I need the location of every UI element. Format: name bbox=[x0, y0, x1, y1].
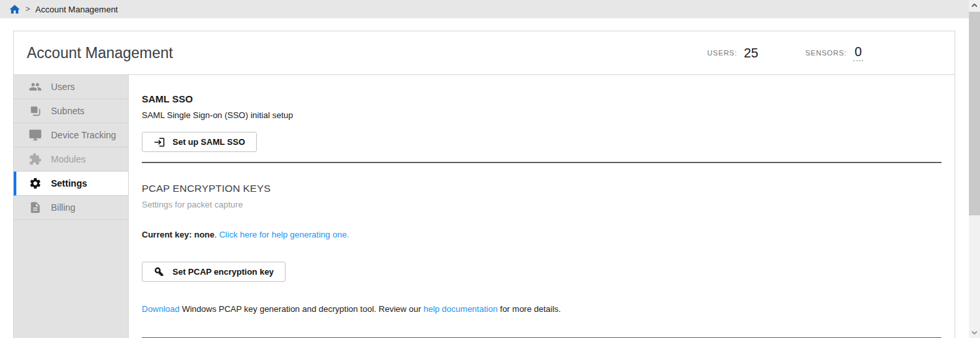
users-stat: USERS: 25 bbox=[708, 46, 759, 61]
saml-section-subtitle: SAML Single Sign-on (SSO) initial setup bbox=[142, 110, 941, 120]
modules-icon bbox=[29, 153, 42, 166]
home-icon[interactable] bbox=[8, 3, 21, 16]
account-management-card: Account Management USERS: 25 SENSORS: 0 … bbox=[13, 31, 955, 338]
setup-saml-sso-button[interactable]: Set up SAML SSO bbox=[142, 132, 257, 152]
download-tool-link[interactable]: Download bbox=[142, 304, 180, 314]
sidebar-item-label: Device Tracking bbox=[51, 130, 116, 140]
scroll-up-icon[interactable] bbox=[969, 0, 980, 11]
breadcrumb-separator: > bbox=[25, 5, 30, 14]
scroll-down-icon[interactable] bbox=[969, 327, 980, 338]
subnets-icon bbox=[29, 104, 42, 117]
sidebar-item-label: Modules bbox=[51, 154, 86, 164]
sidebar-item-subnets[interactable]: Subnets bbox=[14, 99, 128, 123]
breadcrumb-current: Account Management bbox=[35, 5, 118, 14]
sidebar-item-label: Users bbox=[51, 82, 75, 92]
breadcrumb: > Account Management bbox=[0, 0, 969, 18]
sidebar-item-modules[interactable]: Modules bbox=[14, 147, 128, 172]
users-icon bbox=[29, 80, 42, 93]
set-pcap-key-button-label: Set PCAP encryption key bbox=[172, 267, 274, 277]
pcap-section-subtitle: Settings for packet capture bbox=[142, 200, 941, 209]
users-stat-label: USERS: bbox=[708, 49, 738, 57]
page-title: Account Management bbox=[27, 44, 661, 62]
sensors-stat-value: 0 bbox=[853, 44, 863, 61]
sidebar-item-label: Settings bbox=[51, 178, 87, 189]
download-line: Download Windows PCAP key generation and… bbox=[142, 304, 941, 314]
sidebar-item-device-tracking[interactable]: Device Tracking bbox=[14, 123, 128, 147]
pcap-section-title: PCAP ENCRYPTION KEYS bbox=[142, 183, 941, 194]
settings-content: SAML SSO SAML Single Sign-on (SSO) initi… bbox=[129, 75, 955, 338]
set-pcap-key-button[interactable]: Set PCAP encryption key bbox=[142, 262, 286, 282]
section-divider bbox=[142, 162, 941, 163]
saml-section-title: SAML SSO bbox=[142, 93, 941, 104]
sidebar-item-billing[interactable]: Billing bbox=[14, 196, 128, 220]
users-stat-value: 25 bbox=[743, 46, 758, 61]
login-icon bbox=[154, 136, 165, 148]
card-header: Account Management USERS: 25 SENSORS: 0 bbox=[14, 31, 955, 75]
settings-icon bbox=[29, 177, 42, 190]
setup-saml-sso-button-label: Set up SAML SSO bbox=[172, 137, 245, 147]
sensors-stat-label: SENSORS: bbox=[806, 49, 847, 57]
billing-icon bbox=[29, 201, 42, 214]
sidebar-item-label: Subnets bbox=[51, 106, 84, 116]
vertical-scrollbar[interactable] bbox=[969, 0, 980, 338]
sidebar-item-settings[interactable]: Settings bbox=[14, 172, 128, 196]
sidebar-item-users[interactable]: Users bbox=[14, 75, 128, 99]
key-icon bbox=[151, 264, 167, 280]
device-tracking-icon bbox=[29, 129, 42, 142]
sensors-stat: SENSORS: 0 bbox=[806, 44, 863, 61]
scrollbar-thumb[interactable] bbox=[969, 12, 980, 215]
current-key-label: Current key: none bbox=[142, 230, 214, 239]
help-documentation-link[interactable]: help documentation bbox=[423, 304, 497, 314]
sidebar: Users Subnets Device Tracking Modules bbox=[14, 75, 129, 338]
current-key-line: Current key: none. Click here for help g… bbox=[142, 230, 941, 239]
sidebar-item-label: Billing bbox=[51, 202, 75, 213]
pcap-help-link[interactable]: Click here for help generating one. bbox=[219, 230, 349, 239]
